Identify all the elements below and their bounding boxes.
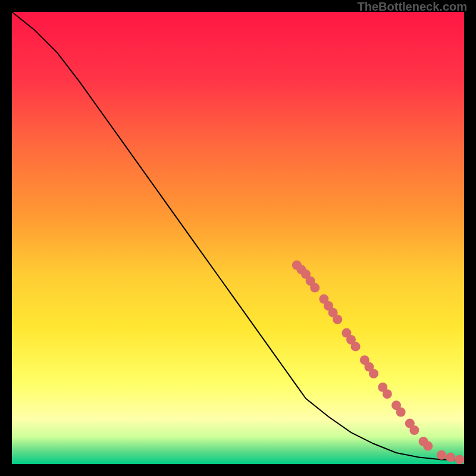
data-point bbox=[333, 315, 342, 324]
data-point bbox=[383, 389, 392, 399]
data-point bbox=[396, 408, 406, 417]
data-point bbox=[409, 425, 419, 435]
data-point bbox=[369, 369, 378, 378]
data-point bbox=[437, 450, 446, 460]
chart-svg bbox=[12, 12, 464, 464]
chart-plot-area bbox=[12, 12, 464, 464]
data-point bbox=[310, 283, 320, 293]
gradient-background bbox=[12, 12, 464, 464]
data-point bbox=[446, 453, 455, 462]
data-point bbox=[423, 441, 433, 451]
data-point bbox=[351, 342, 361, 351]
watermark-text: TheBottleneck.com bbox=[358, 0, 467, 14]
